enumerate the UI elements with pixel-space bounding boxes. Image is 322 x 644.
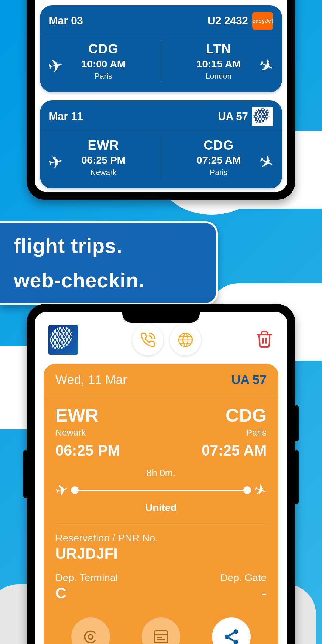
flight-duration: 8h 0m. xyxy=(146,467,176,479)
banner-line: flight trips. xyxy=(14,234,202,257)
easyjet-logo-icon: easyJet xyxy=(252,12,273,30)
detail-arr-code: CDG xyxy=(225,405,267,426)
svg-point-1 xyxy=(89,635,93,639)
flight-date: Mar 03 xyxy=(49,15,83,27)
banner-line: web-checkin. xyxy=(14,269,202,292)
svg-point-3 xyxy=(234,629,238,634)
share-button[interactable] xyxy=(212,617,251,644)
flight-detail-card: Wed, 11 Mar UA 57 EWR Newark 06:25 PM CD… xyxy=(44,364,278,644)
detail-arr-time: 07:25 AM xyxy=(202,442,267,459)
gate-label: Dep. Gate xyxy=(220,572,267,583)
dep-city: Newark xyxy=(90,168,117,177)
detail-dep-time: 06:25 PM xyxy=(55,442,120,459)
dep-code: EWR xyxy=(88,138,119,153)
call-button[interactable] xyxy=(132,324,163,355)
dep-code: CDG xyxy=(88,41,118,56)
progress-track xyxy=(72,490,250,491)
arr-time: 07:25 AM xyxy=(196,154,241,166)
flight-card[interactable]: Mar 03 U2 2432 easyJet ✈ CDG 10:00 AM Pa… xyxy=(40,5,282,92)
detail-dep-city: Newark xyxy=(55,428,120,438)
phone-frame-top: Mar 03 U2 2432 easyJet ✈ CDG 10:00 AM Pa… xyxy=(27,0,295,200)
flight-number: U2 2432 xyxy=(208,15,248,27)
dep-time: 06:25 PM xyxy=(81,154,125,166)
airline-name: United xyxy=(145,502,177,513)
detail-dep-code: EWR xyxy=(55,405,120,426)
dep-city: Paris xyxy=(95,72,112,81)
terminal-value: C xyxy=(55,585,118,602)
detail-arr-city: Paris xyxy=(246,428,267,438)
united-logo-icon xyxy=(252,107,273,126)
flight-date: Mar 11 xyxy=(49,110,83,123)
svg-rect-2 xyxy=(154,631,168,643)
pnr-value: URJDJFI xyxy=(55,545,267,562)
plane-landing-icon: ✈ xyxy=(251,480,269,501)
arr-code: LTN xyxy=(206,41,231,56)
airline-logo-icon[interactable] xyxy=(48,325,78,355)
detail-flight-number: UA 57 xyxy=(232,373,267,387)
phone-notch xyxy=(122,312,200,323)
flight-number: UA 57 xyxy=(218,110,248,123)
dep-time: 10:00 AM xyxy=(81,58,126,70)
svg-point-5 xyxy=(234,640,238,644)
arr-city: London xyxy=(206,72,232,81)
promo-banner: flight trips. web-checkin. xyxy=(0,221,218,305)
phone-frame-bottom: Wed, 11 Mar UA 57 EWR Newark 06:25 PM CD… xyxy=(27,304,295,644)
pnr-label: Reservation / PNR No. xyxy=(55,532,267,544)
arr-city: Paris xyxy=(210,168,227,177)
terminal-label: Dep. Terminal xyxy=(55,572,118,583)
arr-code: CDG xyxy=(204,138,234,153)
flight-card[interactable]: Mar 11 UA 57 ✈ EWR 06:25 PM Newark xyxy=(40,100,282,188)
detail-date: Wed, 11 Mar xyxy=(55,373,127,387)
action-button-2[interactable] xyxy=(142,617,180,644)
plane-takeoff-icon: ✈ xyxy=(54,480,69,500)
svg-point-4 xyxy=(225,635,229,639)
web-button[interactable] xyxy=(170,324,201,355)
arr-time: 10:15 AM xyxy=(196,58,241,70)
action-button-1[interactable] xyxy=(71,617,110,644)
gate-value: - xyxy=(220,585,267,602)
delete-button[interactable] xyxy=(255,329,274,351)
